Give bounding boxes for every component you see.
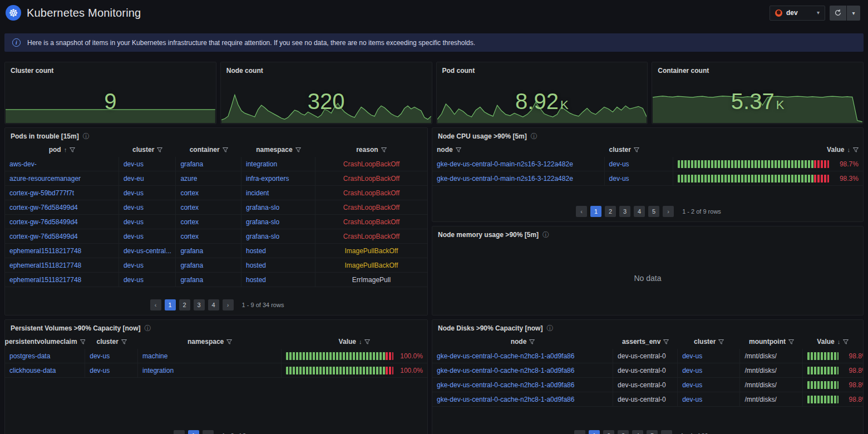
namespace-link[interactable]: machine: [138, 349, 282, 363]
pagination-page-4[interactable]: 4: [632, 430, 643, 434]
pagination-page-4[interactable]: 4: [208, 299, 219, 310]
node-link[interactable]: gke-dev-us-central-0-main-n2s16-3-122a48…: [432, 171, 605, 185]
column-header-cluster[interactable]: cluster: [119, 142, 176, 157]
cluster-link[interactable]: dev-us: [119, 200, 176, 214]
column-header-value[interactable]: Value↓: [673, 142, 863, 157]
container-link[interactable]: cortex: [176, 215, 241, 229]
panel-title[interactable]: Pod count: [442, 67, 475, 75]
pagination-page-2[interactable]: 2: [603, 430, 614, 434]
info-icon[interactable]: ⓘ: [546, 325, 553, 332]
pod-link[interactable]: cortex-gw-76d58499d4: [5, 229, 119, 243]
column-header-container[interactable]: container: [176, 142, 241, 157]
pagination-page-2[interactable]: 2: [605, 206, 616, 217]
column-header-namespace[interactable]: namespace: [241, 142, 315, 157]
cluster-link[interactable]: dev-eu: [119, 171, 176, 185]
filter-icon[interactable]: [456, 147, 461, 152]
info-icon[interactable]: ⓘ: [145, 325, 151, 332]
container-link[interactable]: grafana: [176, 258, 241, 272]
column-header-value[interactable]: Value↓: [803, 334, 863, 349]
filter-icon[interactable]: [364, 339, 370, 344]
column-header-mountpoint[interactable]: mountpoint: [740, 334, 802, 349]
cluster-link[interactable]: dev-us-central...: [119, 244, 176, 258]
container-link[interactable]: cortex: [176, 200, 241, 214]
node-link[interactable]: gke-dev-us-central-0-cache-n2hc8-1-a0d9f…: [432, 363, 613, 377]
info-icon[interactable]: ⓘ: [542, 231, 549, 238]
filter-icon[interactable]: [157, 147, 162, 152]
pagination-page-1[interactable]: 1: [589, 430, 600, 434]
pod-link[interactable]: ephemeral15118217748: [5, 273, 119, 287]
column-header-cluster[interactable]: cluster: [678, 334, 740, 349]
column-header-reason[interactable]: reason: [315, 142, 427, 157]
pagination-page-2[interactable]: 2: [179, 299, 190, 310]
cluster-link[interactable]: dev-us: [119, 186, 176, 200]
panel-title[interactable]: Cluster count: [11, 67, 53, 75]
pagination-next-button[interactable]: ›: [203, 430, 214, 434]
pagination-prev-button[interactable]: ‹: [576, 206, 587, 217]
pagination-page-3[interactable]: 3: [618, 430, 629, 434]
namespace-link[interactable]: hosted: [241, 258, 315, 272]
pagination-page-4[interactable]: 4: [634, 206, 645, 217]
container-link[interactable]: azure: [176, 171, 241, 185]
column-header-node[interactable]: node: [432, 334, 613, 349]
column-header-pod[interactable]: pod↑: [5, 142, 119, 157]
panel-title[interactable]: Node count: [226, 67, 263, 75]
filter-icon[interactable]: [788, 339, 794, 344]
pagination-prev-button[interactable]: ‹: [574, 430, 585, 434]
pvc-link[interactable]: postgres-data: [5, 349, 85, 363]
cluster-link[interactable]: dev-us: [678, 349, 740, 363]
column-header-value[interactable]: Value↓: [282, 334, 427, 349]
filter-icon[interactable]: [634, 147, 639, 152]
cluster-link[interactable]: dev-us: [605, 171, 674, 185]
filter-icon[interactable]: [381, 147, 387, 152]
column-header-asserts-env[interactable]: asserts_env: [613, 334, 678, 349]
namespace-link[interactable]: integration: [138, 363, 282, 377]
pod-link[interactable]: cortex-gw-76d58499d4: [5, 215, 119, 229]
filter-icon[interactable]: [843, 339, 849, 344]
column-header-cluster[interactable]: cluster: [85, 334, 138, 349]
cluster-link[interactable]: dev-us: [678, 392, 740, 406]
pagination-page-1[interactable]: 1: [188, 430, 199, 434]
pagination-next-button[interactable]: ›: [663, 206, 674, 217]
column-header-persistentvolumeclaim[interactable]: persistentvolumeclaim: [5, 334, 85, 349]
pvc-link[interactable]: clickhouse-data: [5, 363, 85, 377]
panel-title[interactable]: Node memory usage >90% [5m]: [438, 231, 539, 239]
namespace-link[interactable]: hosted: [241, 244, 315, 258]
namespace-link[interactable]: hosted: [241, 273, 315, 287]
environment-picker[interactable]: dev ▾: [770, 6, 825, 21]
pagination-page-5[interactable]: 5: [648, 206, 659, 217]
pagination-page-3[interactable]: 3: [619, 206, 630, 217]
pod-link[interactable]: ephemeral15118217748: [5, 244, 119, 258]
node-link[interactable]: gke-dev-us-central-0-cache-n2hc8-1-a0d9f…: [432, 378, 613, 392]
pod-link[interactable]: ephemeral15118217748: [5, 258, 119, 272]
pod-link[interactable]: azure-resourcemanager: [5, 171, 119, 185]
info-icon[interactable]: ⓘ: [83, 133, 90, 140]
refresh-button[interactable]: [830, 6, 846, 21]
filter-icon[interactable]: [121, 339, 127, 344]
pagination-prev-button[interactable]: ‹: [174, 430, 185, 434]
pod-link[interactable]: aws-dev-: [5, 157, 119, 171]
filter-icon[interactable]: [80, 339, 86, 344]
namespace-link[interactable]: grafana-slo: [241, 200, 315, 214]
pagination-page-3[interactable]: 3: [194, 299, 205, 310]
pod-link[interactable]: cortex-gw-76d58499d4: [5, 200, 119, 214]
column-header-cluster[interactable]: cluster: [605, 142, 674, 157]
panel-title[interactable]: Container count: [658, 67, 709, 75]
container-link[interactable]: grafana: [176, 157, 241, 171]
container-link[interactable]: cortex: [176, 229, 241, 243]
pagination-next-button[interactable]: ›: [223, 299, 234, 310]
panel-title[interactable]: Node Disks >90% Capacity [now]: [438, 324, 542, 332]
cluster-link[interactable]: dev-us: [678, 378, 740, 392]
refresh-interval-dropdown[interactable]: ▾: [847, 6, 860, 21]
cluster-link[interactable]: dev-us: [85, 363, 138, 377]
cluster-link[interactable]: dev-us: [605, 157, 674, 171]
column-header-namespace[interactable]: namespace: [138, 334, 282, 349]
column-header-node[interactable]: node: [432, 142, 605, 157]
cluster-link[interactable]: dev-us: [85, 349, 138, 363]
container-link[interactable]: grafana: [176, 273, 241, 287]
cluster-link[interactable]: dev-us: [119, 229, 176, 243]
filter-icon[interactable]: [226, 339, 232, 344]
pagination-next-button[interactable]: ›: [661, 430, 672, 434]
pagination-page-5[interactable]: 5: [647, 430, 658, 434]
filter-icon[interactable]: [70, 147, 75, 152]
node-link[interactable]: gke-dev-us-central-0-cache-n2hc8-1-a0d9f…: [432, 349, 613, 363]
